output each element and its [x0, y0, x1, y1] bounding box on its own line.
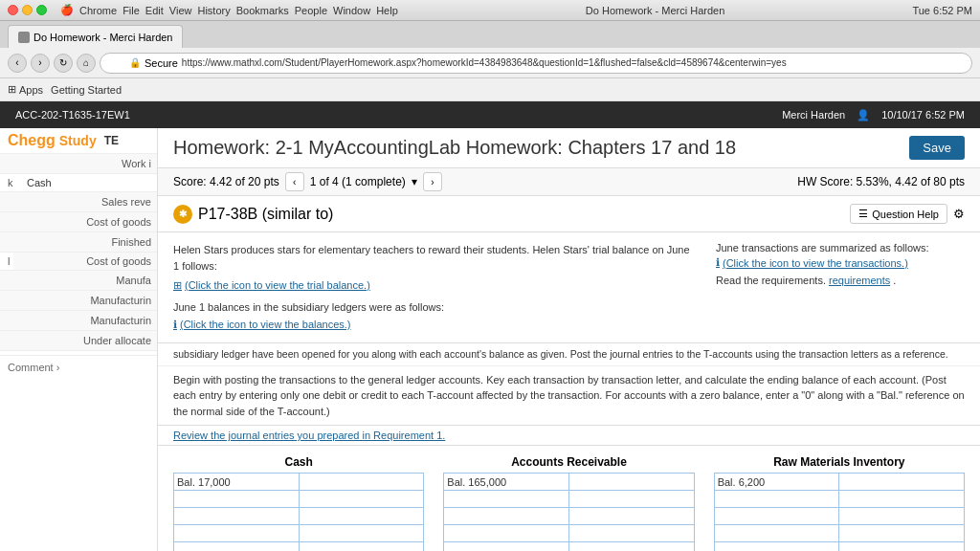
cash-right-4[interactable]: [299, 542, 424, 551]
ar-input-r2[interactable]: [572, 511, 691, 522]
ar-right-1[interactable]: [568, 491, 694, 508]
cash-right-2[interactable]: [299, 508, 424, 525]
app-header: ACC-202-T1635-17EW1 Merci Harden 👤 10/10…: [0, 101, 980, 128]
rmi-left-3[interactable]: [714, 525, 839, 542]
journal-entries-link[interactable]: Review the journal entries you prepared …: [173, 430, 965, 441]
ar-left-2[interactable]: [444, 508, 569, 525]
rmi-right-1[interactable]: [839, 491, 965, 508]
cash-input-l3[interactable]: [177, 528, 296, 540]
rmi-input-l4[interactable]: [718, 545, 836, 551]
maximize-button[interactable]: [36, 5, 47, 15]
rmi-left-4[interactable]: [714, 542, 839, 551]
balances-link[interactable]: ℹ (Click the icon to view the balances.): [173, 317, 697, 333]
ar-input-r4[interactable]: [572, 545, 691, 551]
rmi-input-r3[interactable]: [842, 528, 961, 540]
ar-right-0[interactable]: [568, 474, 694, 491]
menu-bookmarks[interactable]: Bookmarks: [236, 5, 289, 16]
ar-right-4[interactable]: [568, 542, 694, 551]
ar-left-3[interactable]: [444, 525, 569, 542]
cash-input-r3[interactable]: [302, 528, 421, 540]
rmi-left-1[interactable]: [714, 491, 839, 508]
cash-input-r4[interactable]: [302, 545, 421, 551]
rmi-input-l2[interactable]: [718, 511, 836, 522]
rmi-input-l3[interactable]: [718, 528, 836, 540]
cash-input-l4[interactable]: [177, 545, 296, 551]
cash-input-l1[interactable]: [177, 494, 296, 505]
home-button[interactable]: ⌂: [77, 54, 96, 73]
ar-input-l2[interactable]: [447, 511, 566, 522]
ar-input-l3[interactable]: [447, 528, 566, 540]
ar-input-r0[interactable]: [572, 476, 691, 488]
active-tab[interactable]: Do Homework - Merci Harden: [8, 25, 183, 48]
requirements-link[interactable]: requirements: [829, 275, 890, 286]
cash-grid: Bal. 17,000: [173, 473, 424, 551]
transactions-link[interactable]: ℹ (Click the icon to view the transactio…: [716, 256, 965, 269]
rmi-input-r4[interactable]: [842, 545, 961, 551]
rmi-left-2[interactable]: [714, 508, 839, 525]
cash-input-l2[interactable]: [177, 511, 296, 522]
cash-left-2[interactable]: [174, 508, 300, 525]
trial-balance-link[interactable]: ⊞ (Click the icon to view the trial bala…: [173, 277, 697, 294]
cash-input-r2[interactable]: [302, 511, 421, 522]
rmi-input-l1[interactable]: [718, 494, 836, 505]
menu-history[interactable]: History: [197, 5, 230, 16]
menu-file[interactable]: File: [122, 5, 140, 16]
menu-people[interactable]: People: [295, 5, 327, 16]
bookmark-apps[interactable]: ⊞ Apps: [8, 83, 43, 96]
sidebar: Chegg Study TE Work i k Cash Sales reve …: [0, 128, 158, 551]
menu-view[interactable]: View: [169, 5, 192, 16]
prev-question-btn[interactable]: ‹: [285, 172, 304, 191]
clock: Tue 6:52 PM: [912, 5, 972, 16]
ar-input-r3[interactable]: [572, 528, 691, 540]
ar-input-r1[interactable]: [572, 494, 691, 505]
bookmark-getting-started[interactable]: Getting Started: [51, 84, 122, 96]
sidebar-finished-row: Finished: [0, 232, 157, 253]
cash-left-4[interactable]: [174, 542, 300, 551]
comment-link[interactable]: Comment ›: [0, 355, 157, 379]
cash-input-r0[interactable]: [302, 476, 421, 488]
cash-left-1[interactable]: [174, 491, 300, 508]
cash-row-3: [174, 525, 424, 542]
rmi-input-r1[interactable]: [842, 494, 961, 505]
next-question-btn[interactable]: ›: [423, 172, 442, 191]
ar-input-l1[interactable]: [447, 494, 566, 505]
menu-chrome[interactable]: Chrome: [79, 5, 117, 16]
dropdown-icon[interactable]: ▾: [412, 175, 417, 188]
ar-right-3[interactable]: [568, 525, 694, 542]
rmi-right-3[interactable]: [839, 525, 965, 542]
problem-id: P17-38B (similar to): [198, 206, 333, 223]
close-button[interactable]: [8, 5, 18, 15]
window-title: Do Homework - Merci Harden: [586, 5, 724, 16]
settings-icon[interactable]: ⚙: [953, 207, 965, 221]
menu-help[interactable]: Help: [376, 5, 398, 16]
ar-left-1[interactable]: [444, 491, 569, 508]
cash-left-3[interactable]: [174, 525, 300, 542]
sidebar-k-value: Cash: [19, 174, 157, 192]
cash-right-3[interactable]: [299, 525, 424, 542]
rmi-input-r0[interactable]: [842, 476, 961, 488]
refresh-button[interactable]: ↻: [54, 54, 73, 73]
minimize-button[interactable]: [22, 5, 33, 15]
forward-button[interactable]: ›: [31, 54, 50, 73]
back-button[interactable]: ‹: [8, 54, 27, 73]
ar-left-4[interactable]: [444, 542, 569, 551]
cash-right-1[interactable]: [299, 491, 424, 508]
question-help-label: Question Help: [872, 209, 939, 220]
question-help-button[interactable]: ☰ Question Help: [850, 204, 947, 224]
rmi-right-0[interactable]: [839, 474, 965, 491]
address-input[interactable]: 🔒 Secure https://www.mathxl.com/Student/…: [100, 53, 972, 74]
ar-input-l4[interactable]: [447, 545, 566, 551]
cash-input-r1[interactable]: [302, 494, 421, 505]
menu-window[interactable]: Window: [333, 5, 370, 16]
cash-right-0[interactable]: [299, 474, 424, 491]
rmi-right-4[interactable]: [839, 542, 965, 551]
rmi-right-2[interactable]: [839, 508, 965, 525]
ar-row-0: Bal. 165,000: [444, 474, 694, 491]
menu-edit[interactable]: Edit: [145, 5, 164, 16]
ar-row-2: [444, 508, 694, 525]
ar-right-2[interactable]: [568, 508, 694, 525]
rmi-input-r2[interactable]: [842, 511, 961, 522]
save-button[interactable]: Save: [909, 136, 965, 160]
tab-bar: Do Homework - Merci Harden: [0, 21, 980, 48]
t-account-cash: Cash Bal. 17,000: [173, 455, 424, 551]
